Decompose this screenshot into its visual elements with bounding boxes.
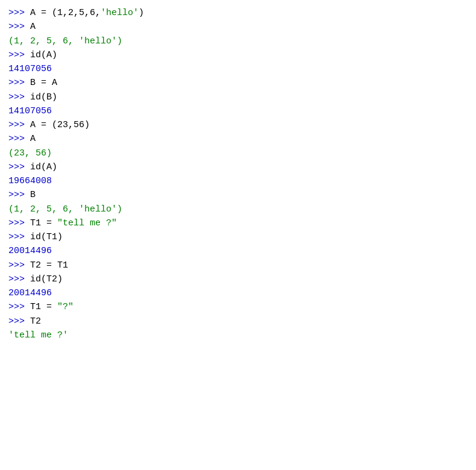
terminal-output: 19664008 — [8, 174, 468, 188]
prompt: >>> — [8, 272, 30, 286]
code-text: B = A — [30, 76, 57, 90]
terminal-line: >>> id(A) — [8, 160, 468, 174]
terminal-output: (23, 56) — [8, 146, 468, 160]
prompt: >>> — [8, 132, 30, 146]
terminal-output: 14107056 — [8, 104, 468, 118]
prompt: >>> — [8, 216, 30, 230]
code-text: id(T2) — [30, 272, 63, 286]
terminal-output: 14107056 — [8, 62, 468, 76]
prompt: >>> — [8, 118, 30, 132]
prompt: >>> — [8, 20, 30, 34]
code-text: A — [30, 20, 36, 34]
terminal-line: >>> T1 = "tell me ?" — [8, 216, 468, 230]
output-text: (1, 2, 5, 6, 'hello') — [8, 202, 122, 216]
terminal-line: >>> B = A — [8, 76, 468, 90]
code-text: T2 = T1 — [30, 258, 68, 272]
code-text: A = (1,2,5,6, — [30, 6, 101, 20]
terminal-line: >>> id(B) — [8, 90, 468, 104]
terminal-line: >>> B — [8, 188, 468, 202]
prompt: >>> — [8, 76, 30, 90]
code-text: ) — [139, 6, 144, 20]
prompt: >>> — [8, 188, 30, 202]
terminal-line: >>> id(A) — [8, 48, 468, 62]
prompt: >>> — [8, 48, 30, 62]
terminal-window: >>> A = (1,2,5,6,'hello') >>> A (1, 2, 5… — [8, 6, 468, 342]
string-value: 'hello' — [101, 6, 139, 20]
string-value: "tell me ?" — [57, 216, 117, 230]
terminal-output: (1, 2, 5, 6, 'hello') — [8, 202, 468, 216]
terminal-line: >>> A = (1,2,5,6,'hello') — [8, 6, 468, 20]
output-text: 'tell me ?' — [8, 328, 68, 342]
prompt: >>> — [8, 315, 30, 328]
terminal-output: (1, 2, 5, 6, 'hello') — [8, 34, 468, 48]
terminal-line: >>> T2 = T1 — [8, 258, 468, 272]
number-output-text: 20014496 — [8, 286, 52, 300]
prompt: >>> — [8, 90, 30, 104]
number-output-text: 14107056 — [8, 62, 52, 76]
prompt: >>> — [8, 300, 30, 314]
number-output-text: 19664008 — [8, 174, 52, 188]
code-text: id(T1) — [30, 230, 63, 244]
terminal-line: >>> T2 — [8, 315, 468, 328]
prompt: >>> — [8, 160, 30, 174]
code-text: T1 = — [30, 300, 57, 314]
terminal-line: >>> T1 = "?" — [8, 300, 468, 314]
code-text: id(A) — [30, 48, 57, 62]
terminal-line: >>> A — [8, 132, 468, 146]
code-text: A = (23,56) — [30, 118, 90, 132]
code-text: T1 = — [30, 216, 57, 230]
terminal-output: 'tell me ?' — [8, 328, 468, 342]
terminal-line: >>> id(T1) — [8, 230, 468, 244]
output-text: (23, 56) — [8, 146, 52, 160]
code-text: A — [30, 132, 36, 146]
prompt: >>> — [8, 6, 30, 20]
terminal-output: 20014496 — [8, 244, 468, 258]
string-value: "?" — [57, 300, 74, 314]
terminal-line: >>> A = (23,56) — [8, 118, 468, 132]
number-output-text: 20014496 — [8, 244, 52, 258]
terminal-line: >>> id(T2) — [8, 272, 468, 286]
prompt: >>> — [8, 258, 30, 272]
code-text: T2 — [30, 315, 41, 328]
number-output-text: 14107056 — [8, 104, 52, 118]
terminal-output: 20014496 — [8, 286, 468, 300]
code-text: id(A) — [30, 160, 57, 174]
code-text: B — [30, 188, 36, 202]
code-text: id(B) — [30, 90, 57, 104]
terminal-line: >>> A — [8, 20, 468, 34]
output-text: (1, 2, 5, 6, 'hello') — [8, 34, 122, 48]
prompt: >>> — [8, 230, 30, 244]
